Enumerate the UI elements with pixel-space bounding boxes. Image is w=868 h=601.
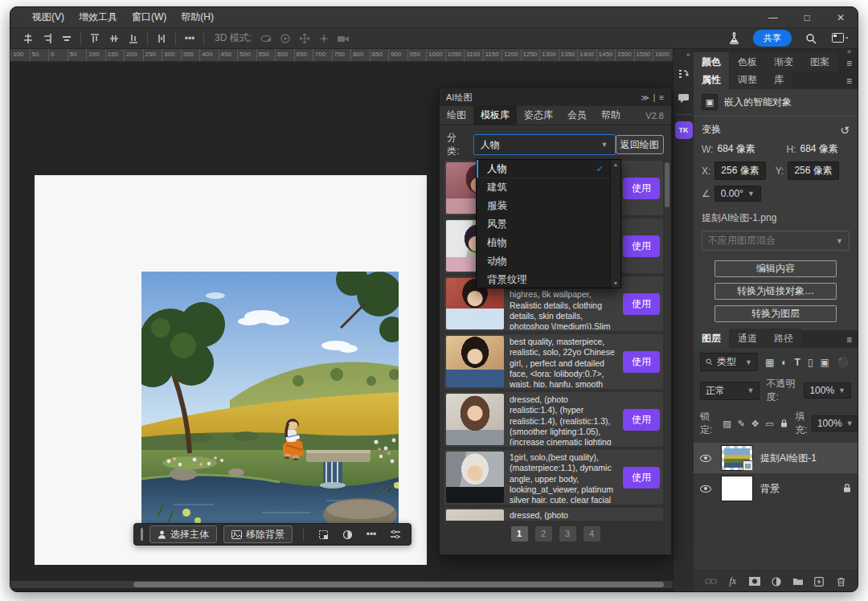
panel-menu-icon[interactable]: ≡ [846, 76, 858, 89]
dropdown-option-背景纹理[interactable]: 背景纹理 [477, 271, 610, 289]
tike-plugin-icon[interactable]: TK [675, 121, 693, 139]
page-button-2[interactable]: 2 [535, 526, 552, 542]
share-button[interactable]: 共享 [753, 30, 792, 47]
template-item[interactable]: dressed, (photo realistic:1.4), (hyper使用 [444, 508, 663, 521]
new-layer-icon[interactable] [814, 577, 825, 587]
lock-pixels-icon[interactable]: ✎ [738, 419, 745, 429]
comments-panel-icon[interactable] [675, 89, 693, 107]
smart-object-image[interactable] [141, 272, 399, 529]
panel-menu-icon[interactable]: ≡ [846, 334, 858, 348]
visibility-eye-icon[interactable] [700, 485, 711, 493]
align-right-edges-icon[interactable] [57, 31, 76, 47]
template-list-scrollbar[interactable] [665, 162, 669, 519]
adjustment-layer-icon[interactable] [771, 577, 782, 587]
use-template-button[interactable]: 使用 [623, 467, 660, 489]
ai-tab-帮助[interactable]: 帮助 [594, 105, 628, 125]
collapse-panels-icon[interactable]: « [686, 51, 694, 59]
dropdown-option-植物[interactable]: 植物 [477, 234, 610, 252]
align-center-icon[interactable] [38, 31, 57, 47]
more-options-icon[interactable]: ••• [180, 31, 199, 47]
workspace-switcher-icon[interactable] [830, 31, 850, 47]
reset-transform-icon[interactable]: ↺ [840, 124, 850, 137]
close-button[interactable]: ✕ [824, 7, 858, 27]
height-value[interactable]: 684 像素 [800, 142, 837, 156]
layer-row[interactable]: ▤提刻AI绘图-1 [694, 443, 858, 473]
tab-属性[interactable]: 属性 [694, 70, 729, 89]
scroll-down-icon[interactable]: ▼ [613, 280, 619, 286]
taskbar-drag-handle[interactable] [141, 528, 143, 541]
template-item[interactable]: best quality, masterpiece, realistic, so… [444, 334, 663, 389]
new-group-icon[interactable] [792, 577, 804, 586]
opacity-input[interactable]: 100% ▼ [804, 382, 851, 399]
panel-menu-icon[interactable]: ≡ [846, 58, 858, 72]
convert-to-linked-button[interactable]: 转换为链接对象… [714, 283, 837, 300]
use-template-button[interactable]: 使用 [623, 293, 660, 315]
page-button-1[interactable]: 1 [511, 526, 528, 542]
filter-shape-icon[interactable]: ▯ [808, 357, 813, 368]
convert-to-layers-button[interactable]: 转换为图层 [714, 305, 837, 322]
layer-mask-icon[interactable] [749, 577, 760, 586]
ai-tab-会员[interactable]: 会员 [560, 105, 594, 125]
template-item[interactable]: 1girl, solo,(best quality), (masterpiece… [444, 450, 663, 505]
maximize-button[interactable]: □ [790, 7, 824, 27]
ai-tab-模板库[interactable]: 模板库 [473, 105, 517, 125]
align-bottom-icon[interactable] [124, 31, 143, 47]
menu-item-帮助(H)[interactable]: 帮助(H) [174, 7, 221, 27]
filter-type-icon[interactable]: T [795, 357, 800, 368]
lock-transparency-icon[interactable]: ▨ [723, 419, 731, 429]
page-button-3[interactable]: 3 [559, 526, 576, 542]
use-template-button[interactable]: 使用 [623, 235, 660, 257]
dropdown-scrollbar[interactable]: ▲ ▼ [610, 160, 620, 288]
panel-collapse-menu-icons[interactable]: ≫ | ≡ [641, 93, 665, 102]
taskbar-settings-icon[interactable] [387, 525, 404, 543]
width-value[interactable]: 684 像素 [717, 142, 775, 156]
canvas[interactable] [35, 175, 427, 565]
dropdown-option-服装[interactable]: 服装 [477, 197, 610, 215]
dropdown-option-风景[interactable]: 风景 [477, 215, 610, 234]
tab-库[interactable]: 库 [766, 70, 792, 89]
filter-pin-icon[interactable]: ⚫ [837, 357, 849, 368]
menu-item-增效工具[interactable]: 增效工具 [72, 7, 125, 27]
filter-smart-object-icon[interactable]: ▣ [821, 357, 829, 368]
minimize-button[interactable]: — [756, 7, 790, 27]
template-item[interactable]: dressed, (photo realistic:1.4), (hyper r… [444, 392, 663, 447]
distribute-vertical-icon[interactable] [152, 31, 171, 47]
use-template-button[interactable]: 使用 [623, 409, 660, 431]
dropdown-option-人物[interactable]: 人物✓ [477, 160, 610, 178]
back-to-drawing-button[interactable]: 返回绘图 [616, 135, 664, 154]
align-top-icon[interactable] [85, 31, 104, 47]
fill-input[interactable]: 100% ▼ [812, 415, 858, 431]
tab-色板[interactable]: 色板 [730, 52, 765, 72]
beaker-icon[interactable] [724, 31, 743, 47]
layer-filter-select[interactable]: 类型 ▼ [700, 353, 758, 371]
x-input[interactable]: 256 像素 [714, 161, 765, 180]
y-input[interactable]: 256 像素 [788, 161, 838, 180]
tab-渐变[interactable]: 渐变 [766, 52, 801, 72]
link-layers-icon[interactable] [705, 578, 717, 585]
angle-input[interactable]: 0.00° ▼ [714, 186, 761, 202]
delete-layer-icon[interactable] [835, 577, 846, 587]
horizontal-scrollbar[interactable] [10, 581, 673, 588]
menu-item-窗口(W)[interactable]: 窗口(W) [125, 7, 174, 27]
lock-position-icon[interactable]: ✥ [751, 419, 759, 429]
tab-通道[interactable]: 通道 [730, 329, 765, 348]
use-template-button[interactable]: 使用 [623, 178, 660, 199]
layer-effects-icon[interactable]: fx [727, 575, 739, 587]
adjustment-icon[interactable] [338, 525, 356, 543]
lock-all-icon[interactable] [780, 419, 788, 429]
dropdown-option-动物[interactable]: 动物 [477, 252, 610, 271]
scroll-up-icon[interactable]: ▲ [613, 161, 619, 167]
page-button-4[interactable]: 4 [583, 526, 600, 542]
use-template-button[interactable]: 使用 [623, 351, 660, 373]
category-select[interactable]: 人物 ▼ [473, 134, 616, 155]
history-panel-icon[interactable] [675, 65, 693, 83]
tab-调整[interactable]: 调整 [730, 70, 765, 89]
search-icon[interactable] [801, 31, 821, 47]
distribute-horizontal-icon[interactable] [104, 31, 124, 47]
visibility-eye-icon[interactable] [700, 455, 711, 462]
ai-tab-姿态库[interactable]: 姿态库 [517, 105, 560, 125]
ai-panel-titlebar[interactable]: AI绘图 ≫ | ≡ [440, 88, 671, 106]
tab-图层[interactable]: 图层 [694, 329, 729, 348]
align-left-edges-icon[interactable] [18, 31, 38, 47]
tab-图案[interactable]: 图案 [802, 52, 837, 72]
